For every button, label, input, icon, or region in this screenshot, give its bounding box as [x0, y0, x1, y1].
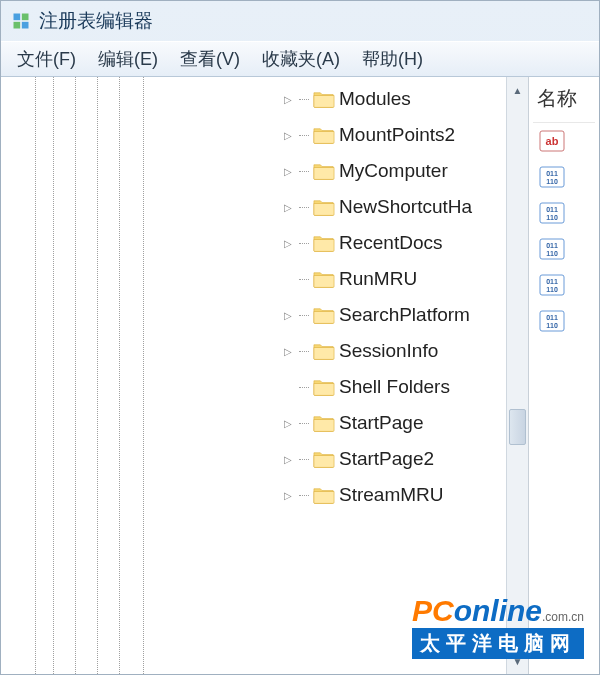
- tree-item[interactable]: ▷MountPoints2: [281, 117, 506, 153]
- tree-item-label: RecentDocs: [339, 232, 443, 254]
- tree-item[interactable]: ▷MyComputer: [281, 153, 506, 189]
- tree-connector: [299, 423, 309, 424]
- content-area: ▷Modules▷MountPoints2▷MyComputer▷NewShor…: [1, 77, 599, 674]
- folder-icon: [313, 342, 335, 360]
- binary-value-icon: 011110: [539, 202, 565, 224]
- registry-editor-window: 注册表编辑器 文件(F) 编辑(E) 查看(V) 收藏夹(A) 帮助(H) ▷M…: [0, 0, 600, 675]
- svg-text:011: 011: [546, 314, 558, 321]
- expand-icon[interactable]: ▷: [281, 92, 295, 106]
- expand-icon[interactable]: ▷: [281, 236, 295, 250]
- tree-connector: [299, 315, 309, 316]
- tree-item-label: StreamMRU: [339, 484, 444, 506]
- tree-item[interactable]: ▷NewShortcutHa: [281, 189, 506, 225]
- value-row[interactable]: 011110: [533, 195, 595, 231]
- menu-edit[interactable]: 编辑(E): [88, 43, 168, 75]
- folder-icon: [313, 234, 335, 252]
- watermark-subtitle: 太平洋电脑网: [412, 628, 584, 659]
- column-header-name[interactable]: 名称: [533, 83, 595, 123]
- value-row[interactable]: 011110: [533, 159, 595, 195]
- tree-connector: [299, 459, 309, 460]
- expand-icon[interactable]: ▷: [281, 416, 295, 430]
- svg-text:011: 011: [546, 278, 558, 285]
- tree-item[interactable]: ▷RunMRU: [281, 261, 506, 297]
- folder-icon: [313, 90, 335, 108]
- scroll-up-arrow-icon[interactable]: ▲: [509, 81, 527, 99]
- value-row[interactable]: ab: [533, 123, 595, 159]
- menu-favorites[interactable]: 收藏夹(A): [252, 43, 350, 75]
- tree-item[interactable]: ▷StreamMRU: [281, 477, 506, 513]
- tree-item-label: MyComputer: [339, 160, 448, 182]
- menu-view[interactable]: 查看(V): [170, 43, 250, 75]
- watermark: PConline.com.cn 太平洋电脑网: [412, 596, 584, 659]
- folder-icon: [313, 198, 335, 216]
- tree-connector: [299, 171, 309, 172]
- svg-text:ab: ab: [546, 135, 559, 147]
- tree-connector: [299, 495, 309, 496]
- tree-item[interactable]: ▷StartPage2: [281, 441, 506, 477]
- tree-connector: [299, 351, 309, 352]
- tree-connector: [299, 387, 309, 388]
- window-title: 注册表编辑器: [39, 8, 153, 34]
- tree-item-label: SearchPlatform: [339, 304, 470, 326]
- tree-connector: [299, 279, 309, 280]
- tree-panel: ▷Modules▷MountPoints2▷MyComputer▷NewShor…: [1, 77, 529, 674]
- tree-connector: [299, 207, 309, 208]
- expand-icon[interactable]: ▷: [281, 128, 295, 142]
- svg-text:110: 110: [546, 178, 558, 185]
- folder-icon: [313, 414, 335, 432]
- value-row[interactable]: 011110: [533, 267, 595, 303]
- value-row[interactable]: 011110: [533, 231, 595, 267]
- tree-item-label: StartPage: [339, 412, 424, 434]
- tree-item-label: StartPage2: [339, 448, 434, 470]
- expand-icon[interactable]: ▷: [281, 164, 295, 178]
- scroll-track[interactable]: [507, 99, 528, 652]
- folder-icon: [313, 486, 335, 504]
- tree-item-label: NewShortcutHa: [339, 196, 472, 218]
- menu-help[interactable]: 帮助(H): [352, 43, 433, 75]
- binary-value-icon: 011110: [539, 310, 565, 332]
- svg-text:110: 110: [546, 214, 558, 221]
- expand-icon[interactable]: ▷: [281, 452, 295, 466]
- binary-value-icon: 011110: [539, 166, 565, 188]
- value-row[interactable]: 011110: [533, 303, 595, 339]
- tree-item[interactable]: ▷StartPage: [281, 405, 506, 441]
- values-panel: 名称 ab011110011110011110011110011110: [529, 77, 599, 674]
- folder-icon: [313, 162, 335, 180]
- tree-item-label: RunMRU: [339, 268, 417, 290]
- binary-value-icon: 011110: [539, 238, 565, 260]
- app-icon: [11, 11, 31, 31]
- tree-item-label: SessionInfo: [339, 340, 438, 362]
- expand-icon[interactable]: ▷: [281, 308, 295, 322]
- svg-text:011: 011: [546, 242, 558, 249]
- expand-icon[interactable]: ▷: [281, 200, 295, 214]
- scroll-thumb[interactable]: [509, 409, 526, 445]
- svg-text:110: 110: [546, 250, 558, 257]
- vertical-scrollbar[interactable]: ▲ ▼: [506, 77, 528, 674]
- folder-icon: [313, 306, 335, 324]
- tree-item[interactable]: ▷SessionInfo: [281, 333, 506, 369]
- svg-rect-1: [22, 14, 29, 21]
- svg-text:011: 011: [546, 206, 558, 213]
- tree-connector: [299, 99, 309, 100]
- svg-rect-0: [14, 14, 21, 21]
- expand-icon[interactable]: ▷: [281, 488, 295, 502]
- tree-item[interactable]: ▷Shell Folders: [281, 369, 506, 405]
- title-bar: 注册表编辑器: [1, 1, 599, 41]
- tree-item-label: Modules: [339, 88, 411, 110]
- tree-connector: [299, 243, 309, 244]
- tree-item-label: MountPoints2: [339, 124, 455, 146]
- tree-item[interactable]: ▷Modules: [281, 81, 506, 117]
- folder-icon: [313, 126, 335, 144]
- svg-rect-3: [22, 22, 29, 29]
- expand-icon[interactable]: ▷: [281, 344, 295, 358]
- menu-bar: 文件(F) 编辑(E) 查看(V) 收藏夹(A) 帮助(H): [1, 41, 599, 77]
- tree-indent-lines: [1, 77, 281, 674]
- svg-text:011: 011: [546, 170, 558, 177]
- menu-file[interactable]: 文件(F): [7, 43, 86, 75]
- watermark-logo: PConline.com.cn: [412, 596, 584, 626]
- folder-icon: [313, 450, 335, 468]
- tree-item[interactable]: ▷SearchPlatform: [281, 297, 506, 333]
- tree-item[interactable]: ▷RecentDocs: [281, 225, 506, 261]
- tree-list: ▷Modules▷MountPoints2▷MyComputer▷NewShor…: [281, 77, 506, 674]
- svg-text:110: 110: [546, 286, 558, 293]
